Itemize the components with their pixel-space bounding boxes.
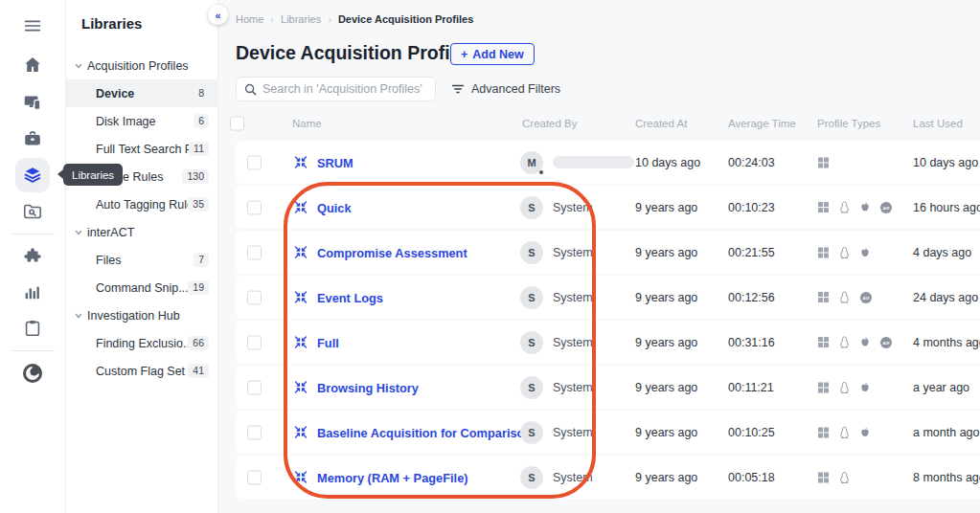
sidebar-item-command-snippets[interactable]: Command Snip... 19 <box>66 274 218 301</box>
last-used: 4 months ago <box>913 336 980 349</box>
sidebar-item-disk-image[interactable]: Disk Image 6 <box>66 107 218 135</box>
profile-types: AIX <box>817 201 893 214</box>
created-by-name: System <box>553 471 593 484</box>
profile-name-link[interactable]: Full <box>317 335 339 349</box>
table-row[interactable]: Compromise Assessment S System 9 years a… <box>236 231 980 274</box>
created-at: 9 years ago <box>635 471 697 484</box>
created-by-name: System <box>553 246 593 259</box>
endpoints-icon[interactable] <box>15 85 50 120</box>
acquisition-profile-icon <box>294 291 308 304</box>
profile-types <box>817 246 871 258</box>
sidebar-item-files[interactable]: Files 7 <box>66 246 218 274</box>
count-badge: 130 <box>182 169 209 184</box>
column-header-average-time[interactable]: Average Time <box>728 118 796 129</box>
row-checkbox[interactable] <box>247 335 262 349</box>
linux-icon <box>838 426 851 438</box>
linux-icon <box>838 471 851 483</box>
column-header-created-by[interactable]: Created By <box>522 118 578 129</box>
evidence-search-icon[interactable] <box>15 194 50 229</box>
last-used: a month ago <box>913 426 980 439</box>
acquisition-profile-icon <box>294 201 308 214</box>
created-by-name: System <box>553 426 593 439</box>
breadcrumb-libraries[interactable]: Libraries <box>281 13 321 25</box>
windows-icon <box>817 426 830 438</box>
profile-name-link[interactable]: Event Logs <box>317 290 383 304</box>
row-checkbox[interactable] <box>247 425 262 439</box>
select-all-checkbox[interactable] <box>230 117 244 131</box>
apple-icon <box>859 336 871 348</box>
integrations-icon[interactable] <box>15 239 50 274</box>
home-icon[interactable] <box>15 48 50 82</box>
acquisition-profile-icon <box>294 426 308 439</box>
sidebar-item-custom-flag-set[interactable]: Custom Flag Set 41 <box>66 357 218 385</box>
profile-name-link[interactable]: Baseline Acquisition for Comparison <box>317 425 532 439</box>
linux-icon <box>838 246 851 258</box>
windows-icon <box>817 336 830 348</box>
table-row[interactable]: Baseline Acquisition for Comparison S Sy… <box>236 411 980 454</box>
sidebar-item-device[interactable]: Device 8 <box>66 79 218 107</box>
sidebar-item-full-text-search[interactable]: Full Text Search P... 11 <box>66 135 218 163</box>
libraries-icon[interactable] <box>15 158 50 192</box>
created-at: 9 years ago <box>635 246 697 259</box>
table-row[interactable]: Quick S System 9 years ago 00:10:23 AIX … <box>236 186 980 229</box>
linux-icon <box>838 381 851 393</box>
column-header-last-used[interactable]: Last Used <box>913 118 963 129</box>
menu-icon[interactable] <box>15 9 50 43</box>
redacted-name <box>553 156 634 168</box>
average-time: 00:05:18 <box>728 471 775 484</box>
avatar: M <box>520 151 543 174</box>
row-checkbox[interactable] <box>247 290 262 304</box>
row-checkbox[interactable] <box>247 200 262 214</box>
column-header-name[interactable]: Name <box>292 118 322 129</box>
icon-rail <box>0 0 66 513</box>
sidebar-item-finding-exclusions[interactable]: Finding Exclusio... 66 <box>66 329 218 357</box>
cases-icon[interactable] <box>15 122 50 156</box>
row-checkbox[interactable] <box>247 155 262 169</box>
acquisition-profile-icon <box>294 246 308 259</box>
table-row[interactable]: Memory (RAM + PageFile) S System 9 years… <box>236 456 980 499</box>
table-row[interactable]: Event Logs S System 9 years ago 00:12:56… <box>236 276 980 319</box>
row-checkbox[interactable] <box>247 470 262 484</box>
profile-name-link[interactable]: Quick <box>317 200 352 214</box>
breadcrumb-home[interactable]: Home <box>236 13 263 25</box>
profile-name-link[interactable]: Browsing History <box>317 380 419 394</box>
reports-icon[interactable] <box>15 275 50 309</box>
acquisition-profile-icon <box>294 471 308 484</box>
sidebar-item-auto-tagging-rules[interactable]: Auto Tagging Rules 35 <box>66 190 218 218</box>
profile-types: AIX <box>817 336 893 349</box>
column-header-created-at[interactable]: Created At <box>635 118 687 129</box>
table-row[interactable]: SRUM M 10 days ago 00:24:03 10 days ago <box>236 141 980 184</box>
profile-types <box>817 381 871 393</box>
profile-name-link[interactable]: Compromise Assessment <box>317 245 467 259</box>
sidebar-group-investigation-hub[interactable]: Investigation Hub <box>66 301 218 329</box>
svg-text:AIX: AIX <box>863 295 870 300</box>
table-row[interactable]: Full S System 9 years ago 00:31:16 AIX 4… <box>236 321 980 364</box>
row-checkbox[interactable] <box>247 380 262 394</box>
sidebar-group-interact[interactable]: interACT <box>66 218 218 246</box>
column-header-profile-types[interactable]: Profile Types <box>817 118 880 129</box>
last-used: 4 days ago <box>913 246 971 259</box>
status-dot <box>538 169 544 175</box>
chevron-down-icon <box>74 228 83 237</box>
average-time: 00:11:21 <box>728 381 774 394</box>
last-used: 10 days ago <box>913 156 978 169</box>
profile-name-link[interactable]: SRUM <box>317 155 353 169</box>
aix-icon: AIX <box>879 201 893 214</box>
average-time: 00:10:25 <box>728 426 775 439</box>
average-time: 00:10:23 <box>728 201 775 214</box>
row-checkbox[interactable] <box>247 245 262 259</box>
advanced-filters-button[interactable]: Advanced Filters <box>451 77 560 101</box>
windows-icon <box>817 291 830 303</box>
table-row[interactable]: Browsing History S System 9 years ago 00… <box>236 366 980 409</box>
binalyze-logo[interactable] <box>15 356 50 390</box>
search-input[interactable] <box>262 82 427 96</box>
tasks-icon[interactable] <box>15 311 50 346</box>
breadcrumb: Home › Libraries › Device Acquisition Pr… <box>236 13 473 25</box>
sidebar-collapse-button[interactable]: « <box>208 5 228 25</box>
sidebar-group-acquisition-profiles[interactable]: Acquisition Profiles <box>66 52 218 79</box>
add-new-button[interactable]: + Add New <box>450 43 535 65</box>
count-badge: 66 <box>188 336 209 350</box>
avatar: S <box>520 466 543 489</box>
profile-name-link[interactable]: Memory (RAM + PageFile) <box>317 470 468 484</box>
avatar: S <box>520 286 543 309</box>
